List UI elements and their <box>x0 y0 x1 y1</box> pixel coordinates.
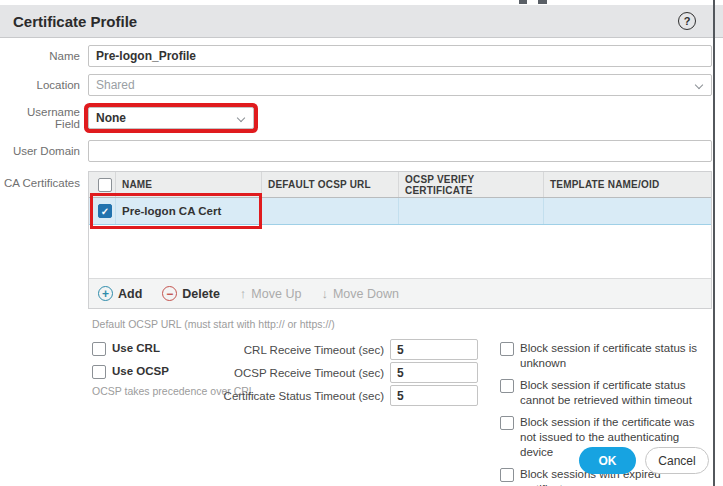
column-header-template-name-oid[interactable]: TEMPLATE NAME/OID <box>543 172 711 197</box>
use-crl-checkbox[interactable] <box>92 342 106 356</box>
certificate-status-timeout-input[interactable] <box>390 385 478 406</box>
move-down-label: Move Down <box>333 287 399 301</box>
location-row: Location Shared <box>0 74 712 96</box>
ca-certificates-row: CA Certificates NAME DEFAULT OCSP URL OC… <box>0 171 712 309</box>
delete-icon: − <box>162 286 177 301</box>
default-ocsp-url-note: Default OCSP URL (must start with http:/… <box>92 318 712 330</box>
name-row: Name <box>0 45 712 67</box>
user-domain-row: User Domain <box>0 140 712 162</box>
use-crl-checkbox-row[interactable]: Use CRL <box>92 341 160 356</box>
username-field-value: None <box>96 111 126 125</box>
form-area: Name Location Shared Username Field None <box>0 45 723 462</box>
delete-button[interactable]: − Delete <box>162 286 220 301</box>
location-value: Shared <box>96 78 135 92</box>
certificate-status-timeout-row: Certificate Status Timeout (sec) <box>180 385 478 406</box>
crl-receive-timeout-input[interactable] <box>390 339 478 360</box>
move-up-label: Move Up <box>251 287 301 301</box>
cancel-button[interactable]: Cancel <box>645 447 709 474</box>
chevron-down-icon <box>695 81 703 89</box>
block-status-unknown-checkbox[interactable] <box>500 342 514 356</box>
cropped-background-text <box>519 0 527 4</box>
location-select: Shared <box>88 74 712 96</box>
help-icon[interactable]: ? <box>678 12 696 30</box>
options-section: Use CRL Use OCSP OCSP takes precedence o… <box>0 332 712 462</box>
block-status-not-retrieved-checkbox[interactable] <box>500 379 514 393</box>
cell-default-ocsp-url <box>261 198 398 224</box>
row-checkbox[interactable]: ✓ <box>98 204 112 218</box>
block-not-issued-checkbox[interactable] <box>500 416 514 430</box>
add-label: Add <box>118 287 142 301</box>
use-ocsp-label: Use OCSP <box>112 364 169 379</box>
user-domain-input[interactable] <box>88 140 712 162</box>
dialog-right-border <box>713 0 715 486</box>
select-all-checkbox[interactable] <box>98 178 112 192</box>
location-label: Location <box>0 79 88 91</box>
add-icon: + <box>98 286 113 301</box>
crl-receive-timeout-label: CRL Receive Timeout (sec) <box>244 344 390 356</box>
certificate-profile-dialog: Certificate Profile ? Name Location Shar… <box>0 0 723 486</box>
crl-receive-timeout-row: CRL Receive Timeout (sec) <box>180 339 478 360</box>
username-field-row: Username Field None <box>0 106 712 130</box>
dialog-titlebar: Certificate Profile ? <box>0 5 723 38</box>
ok-button[interactable]: OK <box>579 447 636 474</box>
block-status-not-retrieved-row[interactable]: Block session if certificate status cann… <box>500 378 708 408</box>
arrow-up-icon: ↑ <box>240 286 247 301</box>
column-header-ocsp-verify-certificate[interactable]: OCSP VERIFY CERTIFICATE <box>398 172 543 197</box>
username-field-select[interactable]: None <box>88 107 254 129</box>
cell-ocsp-verify-certificate <box>398 198 543 224</box>
column-header-default-ocsp-url[interactable]: DEFAULT OCSP URL <box>261 172 398 197</box>
user-domain-label: User Domain <box>0 145 88 157</box>
name-input[interactable] <box>88 45 712 67</box>
block-status-unknown-label: Block session if certificate status is u… <box>520 341 708 371</box>
add-button[interactable]: + Add <box>98 286 142 301</box>
use-ocsp-checkbox-row[interactable]: Use OCSP <box>92 364 169 379</box>
certificate-status-timeout-label: Certificate Status Timeout (sec) <box>224 390 390 402</box>
table-header: NAME DEFAULT OCSP URL OCSP VERIFY CERTIF… <box>89 172 711 198</box>
ocsp-receive-timeout-input[interactable] <box>390 362 478 383</box>
dialog-title: Certificate Profile <box>13 13 137 30</box>
ca-certificates-label: CA Certificates <box>0 171 88 189</box>
use-crl-label: Use CRL <box>112 341 160 356</box>
block-expired-checkbox[interactable] <box>500 468 514 482</box>
cropped-background-text <box>538 0 547 4</box>
username-field-label: Username Field <box>0 106 88 130</box>
chevron-down-icon <box>237 114 245 122</box>
table-toolbar: + Add − Delete ↑ Move Up ↓ Move Down <box>89 278 711 308</box>
dialog-footer: OK Cancel <box>579 447 709 474</box>
ca-certificates-table: NAME DEFAULT OCSP URL OCSP VERIFY CERTIF… <box>88 171 712 309</box>
block-status-not-retrieved-label: Block session if certificate status cann… <box>520 378 708 408</box>
move-up-button[interactable]: ↑ Move Up <box>240 286 302 301</box>
delete-label: Delete <box>182 287 220 301</box>
move-down-button[interactable]: ↓ Move Down <box>321 286 399 301</box>
block-status-unknown-row[interactable]: Block session if certificate status is u… <box>500 341 708 371</box>
cell-template-name-oid <box>543 198 711 224</box>
arrow-down-icon: ↓ <box>321 286 328 301</box>
ocsp-receive-timeout-label: OCSP Receive Timeout (sec) <box>234 367 390 379</box>
table-row[interactable]: ✓ Pre-logon CA Cert <box>89 198 711 225</box>
ocsp-receive-timeout-row: OCSP Receive Timeout (sec) <box>180 362 478 383</box>
use-ocsp-checkbox[interactable] <box>92 365 106 379</box>
name-label: Name <box>0 50 88 62</box>
cell-name: Pre-logon CA Cert <box>115 198 261 224</box>
table-body: ✓ Pre-logon CA Cert <box>89 198 711 278</box>
column-header-name[interactable]: NAME <box>115 172 261 197</box>
